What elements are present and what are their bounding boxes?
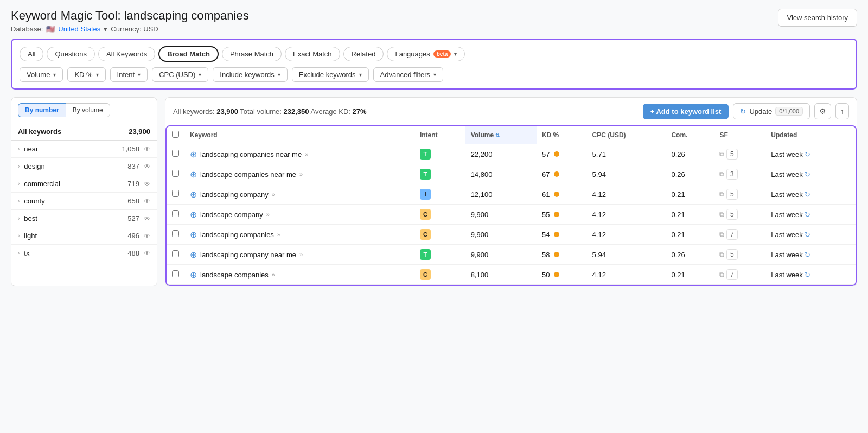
eye-icon[interactable]: 👁 bbox=[144, 250, 150, 257]
add-keyword-icon[interactable]: ⊕ bbox=[190, 230, 197, 240]
keyword-link[interactable]: landscaping companies bbox=[200, 231, 274, 239]
row-checkbox-cell[interactable] bbox=[167, 205, 184, 225]
eye-icon[interactable]: 👁 bbox=[144, 163, 150, 170]
intent-column-header: Intent bbox=[414, 126, 465, 144]
expand-arrows-icon[interactable]: » bbox=[266, 211, 270, 218]
tab-questions[interactable]: Questions bbox=[47, 47, 95, 61]
refresh-icon[interactable]: ↻ bbox=[805, 190, 810, 199]
row-checkbox[interactable] bbox=[172, 190, 179, 197]
sidebar-item[interactable]: › tx 488 👁 bbox=[11, 245, 157, 262]
row-checkbox[interactable] bbox=[172, 150, 179, 157]
tab-exact-match[interactable]: Exact Match bbox=[285, 47, 340, 61]
row-checkbox-cell[interactable] bbox=[167, 144, 184, 164]
keyword-link[interactable]: landscaping companies near me bbox=[200, 150, 302, 158]
refresh-icon[interactable]: ↻ bbox=[805, 251, 810, 259]
copy-icon[interactable]: ⧉ bbox=[719, 150, 724, 158]
sidebar-item[interactable]: › light 496 👁 bbox=[11, 227, 157, 245]
copy-icon[interactable]: ⧉ bbox=[719, 190, 724, 198]
expand-arrows-icon[interactable]: » bbox=[272, 191, 275, 198]
tab-broad-match[interactable]: Broad Match bbox=[158, 46, 219, 62]
row-checkbox[interactable] bbox=[172, 270, 179, 277]
add-keyword-icon[interactable]: ⊕ bbox=[190, 209, 197, 220]
view-history-button[interactable]: View search history bbox=[778, 9, 857, 27]
tab-all-keywords[interactable]: All Keywords bbox=[98, 47, 155, 61]
add-keyword-icon[interactable]: ⊕ bbox=[190, 270, 197, 280]
eye-icon[interactable]: 👁 bbox=[144, 232, 150, 240]
chevron-right-icon: › bbox=[18, 181, 20, 187]
intent-cell: T bbox=[414, 144, 465, 164]
refresh-icon[interactable]: ↻ bbox=[805, 231, 810, 239]
volume-column-header[interactable]: Volume ⇅ bbox=[465, 126, 537, 144]
row-checkbox[interactable] bbox=[172, 170, 179, 177]
sidebar-item[interactable]: › county 658 👁 bbox=[11, 193, 157, 210]
copy-icon[interactable]: ⧉ bbox=[719, 231, 724, 238]
refresh-icon[interactable]: ↻ bbox=[805, 211, 810, 219]
sidebar-item[interactable]: › best 527 👁 bbox=[11, 210, 157, 227]
add-keyword-icon[interactable]: ⊕ bbox=[190, 149, 197, 160]
languages-button[interactable]: Languages beta ▾ bbox=[387, 47, 465, 61]
tab-all[interactable]: All bbox=[20, 47, 43, 61]
row-checkbox[interactable] bbox=[172, 210, 179, 217]
refresh-icon[interactable]: ↻ bbox=[805, 170, 810, 179]
refresh-icon[interactable]: ↻ bbox=[805, 150, 810, 158]
sort-by-number-button[interactable]: By number bbox=[18, 103, 66, 117]
include-keywords-filter[interactable]: Include keywords ▾ bbox=[213, 67, 287, 82]
export-button[interactable]: ↑ bbox=[835, 103, 849, 119]
kd-indicator-icon bbox=[554, 212, 559, 217]
keyword-link[interactable]: landscaping company bbox=[200, 190, 269, 199]
expand-arrows-icon[interactable]: » bbox=[299, 251, 303, 258]
advanced-filters-button[interactable]: Advanced filters ▾ bbox=[373, 67, 444, 82]
dropdown-arrow-icon[interactable]: ▾ bbox=[104, 25, 107, 33]
copy-icon[interactable]: ⧉ bbox=[719, 211, 724, 218]
settings-button[interactable]: ⚙ bbox=[814, 103, 831, 119]
intent-filter[interactable]: Intent ▾ bbox=[110, 67, 148, 82]
volume-filter[interactable]: Volume ▾ bbox=[20, 67, 63, 82]
keyword-cell: ⊕ landscaping company » bbox=[184, 184, 414, 205]
volume-cell: 14,800 bbox=[465, 164, 537, 184]
sidebar-item[interactable]: › design 837 👁 bbox=[11, 158, 157, 175]
tab-related[interactable]: Related bbox=[343, 47, 384, 61]
update-button[interactable]: ↻ Update 0/1,000 bbox=[733, 103, 810, 119]
expand-arrows-icon[interactable]: » bbox=[277, 231, 280, 238]
copy-icon[interactable]: ⧉ bbox=[719, 271, 724, 278]
intent-cell: T bbox=[414, 164, 465, 184]
table-row: ⊕ landscape companies near me » T 14,800… bbox=[167, 164, 856, 184]
select-all-header[interactable] bbox=[167, 126, 184, 144]
expand-arrows-icon[interactable]: » bbox=[305, 151, 308, 157]
row-checkbox-cell[interactable] bbox=[167, 184, 184, 205]
select-all-checkbox[interactable] bbox=[172, 131, 179, 138]
row-checkbox-cell[interactable] bbox=[167, 245, 184, 265]
cpc-filter[interactable]: CPC (USD) ▾ bbox=[152, 67, 208, 82]
sidebar-keyword: best bbox=[24, 214, 127, 222]
eye-icon[interactable]: 👁 bbox=[144, 215, 150, 222]
eye-icon[interactable]: 👁 bbox=[144, 198, 150, 205]
tab-phrase-match[interactable]: Phrase Match bbox=[222, 47, 282, 61]
sidebar-item[interactable]: › commercial 719 👁 bbox=[11, 175, 157, 193]
country-link[interactable]: United States bbox=[58, 25, 100, 33]
sort-by-volume-button[interactable]: By volume bbox=[66, 103, 110, 117]
exclude-keywords-filter[interactable]: Exclude keywords ▾ bbox=[292, 67, 369, 82]
copy-icon[interactable]: ⧉ bbox=[719, 251, 724, 258]
row-checkbox-cell[interactable] bbox=[167, 265, 184, 285]
row-checkbox[interactable] bbox=[172, 230, 179, 237]
add-to-list-button[interactable]: + Add to keyword list bbox=[643, 104, 729, 119]
eye-icon[interactable]: 👁 bbox=[144, 180, 150, 188]
row-checkbox[interactable] bbox=[172, 250, 179, 257]
sidebar-item[interactable]: › near 1,058 👁 bbox=[11, 141, 157, 158]
keyword-link[interactable]: landscaping company near me bbox=[200, 251, 296, 259]
add-keyword-icon[interactable]: ⊕ bbox=[190, 189, 197, 200]
keyword-link[interactable]: landscape companies bbox=[200, 271, 269, 279]
add-keyword-icon[interactable]: ⊕ bbox=[190, 250, 197, 260]
row-checkbox-cell[interactable] bbox=[167, 164, 184, 184]
copy-icon[interactable]: ⧉ bbox=[719, 170, 724, 178]
add-keyword-icon[interactable]: ⊕ bbox=[190, 169, 197, 180]
expand-arrows-icon[interactable]: » bbox=[272, 271, 275, 278]
keyword-link[interactable]: landscape companies near me bbox=[200, 170, 296, 179]
sidebar-keyword: tx bbox=[24, 249, 127, 257]
refresh-icon[interactable]: ↻ bbox=[805, 271, 810, 279]
kd-filter[interactable]: KD % ▾ bbox=[67, 67, 105, 82]
expand-arrows-icon[interactable]: » bbox=[299, 171, 303, 177]
eye-icon[interactable]: 👁 bbox=[144, 145, 150, 153]
row-checkbox-cell[interactable] bbox=[167, 225, 184, 245]
keyword-link[interactable]: landscape company bbox=[200, 211, 263, 219]
